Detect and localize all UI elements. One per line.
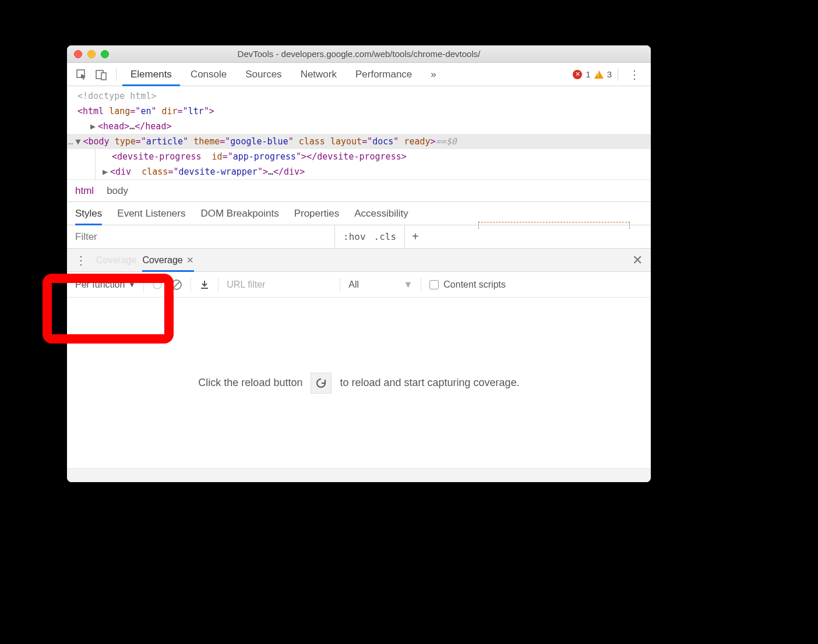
doctype-line: <!doctype html> (77, 89, 651, 104)
separator (116, 68, 117, 81)
svg-line-5 (174, 282, 179, 288)
tab-console[interactable]: Console (182, 63, 235, 86)
coverage-msg-before: Click the reload button (198, 377, 302, 389)
main-tabbar: Elements Console Sources Network Perform… (67, 63, 651, 86)
error-warning-summary[interactable]: ✕ 1 3 (573, 69, 612, 79)
subtab-accessibility[interactable]: Accessibility (354, 208, 408, 220)
device-toolbar-icon[interactable] (93, 66, 110, 83)
hov-toggle[interactable]: :hov (343, 231, 366, 242)
tab-more[interactable]: » (422, 63, 444, 86)
clear-icon[interactable] (171, 279, 182, 291)
drawer-tab-hidden[interactable]: Coverage (96, 249, 136, 272)
separator (191, 278, 191, 292)
coverage-toolbar: Per function ▼ All ▼ Content scripts (67, 272, 651, 298)
reload-icon (315, 377, 327, 389)
reload-button[interactable] (311, 373, 332, 394)
close-drawer-icon[interactable]: ✕ (632, 253, 643, 268)
dom-tree[interactable]: <!doctype html> <html lang="en" dir="ltr… (67, 86, 651, 180)
separator (340, 278, 340, 292)
separator (143, 278, 144, 292)
record-icon[interactable] (152, 279, 163, 290)
svg-rect-2 (101, 73, 106, 80)
head-line[interactable]: ▶<head>…</head> (77, 119, 651, 134)
close-tab-icon[interactable]: ✕ (186, 255, 194, 266)
error-count: 1 (586, 69, 590, 79)
progress-line[interactable]: <devsite-progress id="app-progress"></de… (95, 149, 651, 164)
coverage-type-dropdown[interactable]: All ▼ (348, 279, 412, 290)
subtab-styles[interactable]: Styles (75, 202, 102, 225)
url-filter-input[interactable] (227, 279, 332, 290)
breadcrumb-html[interactable]: html (75, 185, 94, 197)
coverage-mode-dropdown[interactable]: Per function ▼ (75, 279, 135, 290)
separator (421, 278, 421, 292)
footer-strip (67, 468, 651, 482)
chevron-down-icon: ▼ (128, 281, 135, 289)
chevron-down-icon: ▼ (403, 279, 412, 290)
body-line-selected[interactable]: … ▼ <body type="article" theme="google-b… (67, 134, 651, 149)
box-model-preview (426, 225, 651, 248)
coverage-mode-label: Per function (75, 279, 125, 290)
html-open-line: <html lang="en" dir="ltr"> (77, 104, 651, 119)
styles-filter-input[interactable] (67, 225, 335, 248)
drawer-tabbar: ⋮ Coverage Coverage ✕ ✕ (67, 249, 651, 272)
margin-box-icon (478, 222, 630, 229)
separator (618, 68, 618, 81)
styles-filter-row: :hov .cls + (67, 225, 651, 249)
div-wrapper-line[interactable]: ▶<div class="devsite-wrapper">…</div> (95, 164, 651, 179)
tab-elements[interactable]: Elements (122, 63, 180, 86)
cls-toggle[interactable]: .cls (374, 231, 397, 242)
inspect-element-icon[interactable] (73, 66, 90, 83)
warning-icon (594, 70, 604, 79)
new-style-rule-button[interactable]: + (405, 225, 426, 248)
checkbox-icon (429, 280, 439, 289)
titlebar: DevTools - developers.google.com/web/too… (67, 45, 651, 63)
content-scripts-toggle[interactable]: Content scripts (429, 279, 506, 290)
breadcrumb[interactable]: html body (67, 180, 651, 202)
devtools-window: DevTools - developers.google.com/web/too… (67, 45, 651, 482)
error-icon: ✕ (573, 70, 582, 79)
separator (218, 278, 218, 292)
breadcrumb-body[interactable]: body (107, 185, 128, 197)
tab-sources[interactable]: Sources (237, 63, 290, 86)
window-title: DevTools - developers.google.com/web/too… (67, 49, 651, 59)
coverage-msg-after: to reload and start capturing coverage. (340, 377, 519, 389)
subtab-dom-breakpoints[interactable]: DOM Breakpoints (200, 208, 278, 220)
coverage-empty-message: Click the reload button to reload and st… (67, 298, 651, 468)
hov-cls-toggles: :hov .cls (335, 225, 405, 248)
export-icon[interactable] (199, 279, 210, 290)
drawer-menu-icon[interactable]: ⋮ (75, 253, 90, 267)
tab-network[interactable]: Network (292, 63, 345, 86)
svg-point-3 (153, 281, 161, 289)
subtab-event-listeners[interactable]: Event Listeners (117, 208, 185, 220)
collapse-icon[interactable]: ▼ (75, 134, 80, 149)
warning-count: 3 (607, 69, 612, 79)
settings-menu-icon[interactable]: ⋮ (624, 68, 645, 82)
subtab-properties[interactable]: Properties (294, 208, 339, 220)
expand-icon[interactable]: ▶ (103, 167, 108, 177)
tab-performance[interactable]: Performance (347, 63, 420, 86)
expand-icon[interactable]: ▶ (90, 121, 96, 132)
drawer-tab-coverage[interactable]: Coverage ✕ (142, 249, 193, 272)
